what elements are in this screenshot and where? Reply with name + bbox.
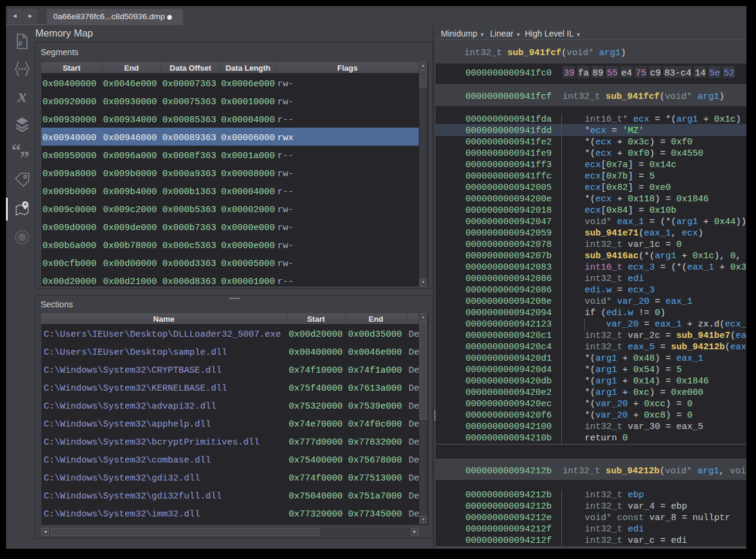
svg-text:#: #: [18, 39, 23, 48]
